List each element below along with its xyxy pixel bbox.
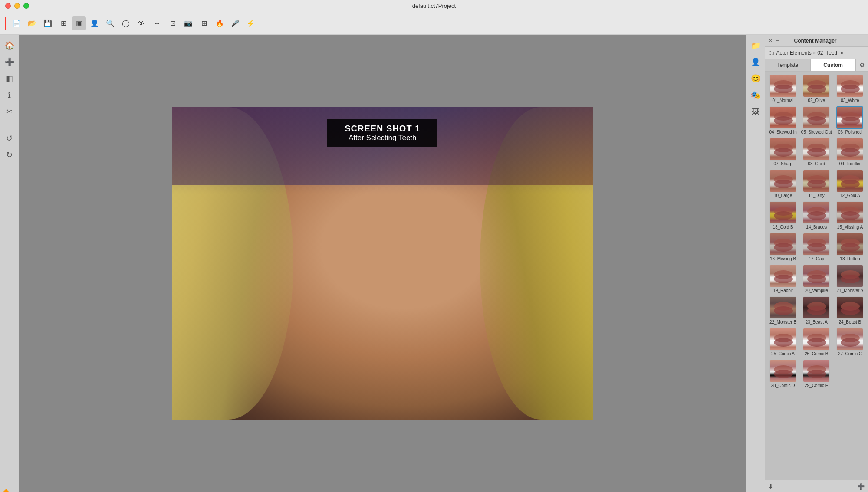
teeth-item-16_Missing_B[interactable]: 16_Missing B bbox=[766, 232, 799, 262]
add-icon[interactable]: ➕ bbox=[2, 55, 17, 69]
redo-icon[interactable]: ↻ bbox=[2, 148, 17, 162]
teeth-item-12_Gold_A[interactable]: 12_Gold A bbox=[834, 168, 866, 199]
teeth-item-19_Rabbit[interactable]: 19_Rabbit bbox=[766, 263, 799, 294]
svg-point-41 bbox=[841, 275, 860, 283]
info-icon[interactable]: ℹ bbox=[2, 88, 17, 102]
teeth-item-29_Comic_E[interactable]: 29_Comic E bbox=[800, 358, 833, 389]
teeth-label-14_Braces: 14_Braces bbox=[806, 225, 827, 230]
teeth-item-23_Beast_A[interactable]: 23_Beast A bbox=[800, 295, 833, 326]
photo-icon[interactable]: 🖼 bbox=[748, 104, 763, 119]
svg-point-17 bbox=[841, 148, 860, 157]
cm-gear-button[interactable]: ⚙ bbox=[856, 59, 868, 71]
minimize-button[interactable] bbox=[14, 3, 20, 9]
teeth-item-13_Gold_B[interactable]: 13_Gold B bbox=[766, 200, 799, 231]
cm-close-x[interactable]: ✕ bbox=[768, 37, 773, 44]
teeth-item-06_Polished[interactable]: 06_Polished bbox=[834, 105, 866, 136]
teeth-item-11_Dirty[interactable]: 11_Dirty bbox=[800, 168, 833, 199]
teeth-thumb-08_Child bbox=[803, 138, 830, 161]
teeth-label-17_Gap: 17_Gap bbox=[809, 256, 824, 261]
teeth-item-17_Gap[interactable]: 17_Gap bbox=[800, 232, 833, 262]
teeth-label-06_Polished: 06_Polished bbox=[838, 130, 862, 134]
cm-close-minus[interactable]: − bbox=[776, 37, 779, 44]
svg-point-43 bbox=[774, 306, 793, 315]
svg-point-5 bbox=[841, 85, 860, 93]
svg-point-31 bbox=[774, 243, 793, 252]
teeth-item-26_Comic_B[interactable]: 26_Comic B bbox=[800, 327, 833, 358]
teeth-item-01_Normal[interactable]: 01_Normal bbox=[766, 73, 799, 104]
tab-template[interactable]: Template bbox=[765, 59, 810, 71]
teeth-item-21_Monster_A[interactable]: 21_Monster A bbox=[834, 263, 866, 294]
right-icon-bar: 📁 👤 😊 🎭 🖼 bbox=[746, 35, 765, 492]
open-button[interactable]: 📂 bbox=[25, 16, 39, 30]
maximize-button[interactable] bbox=[23, 3, 29, 9]
teeth-thumb-03_White bbox=[836, 75, 863, 97]
sound-tool[interactable]: ⚡ bbox=[244, 16, 258, 30]
teeth-thumb-16_Missing_B bbox=[769, 233, 796, 256]
layers-icon[interactable]: ◧ bbox=[2, 71, 17, 86]
home-icon[interactable]: 🏠 bbox=[2, 38, 17, 53]
cm-prev-button[interactable]: ⬇ bbox=[768, 483, 773, 490]
folder-icon[interactable]: 📁 bbox=[748, 38, 763, 53]
teeth-label-04_Skewed_In: 04_Skewed In bbox=[769, 130, 796, 134]
window-controls[interactable] bbox=[5, 3, 29, 9]
teeth-item-05_Skewed_Out[interactable]: 05_Skewed Out bbox=[800, 105, 833, 136]
undo-icon[interactable]: ↺ bbox=[2, 131, 17, 146]
flame-tool[interactable]: 🔥 bbox=[213, 16, 227, 30]
teeth-item-25_Comic_A[interactable]: 25_Comic A bbox=[766, 327, 799, 358]
search-tool[interactable]: 🔍 bbox=[103, 16, 117, 30]
mask-icon[interactable]: 🎭 bbox=[748, 88, 763, 102]
teeth-item-07_Sharp[interactable]: 07_Sharp bbox=[766, 137, 799, 167]
teeth-item-10_Large[interactable]: 10_Large bbox=[766, 168, 799, 199]
teeth-item-28_Comic_D[interactable]: 28_Comic D bbox=[766, 358, 799, 389]
teeth-item-15_Missing_A[interactable]: 15_Missing A bbox=[834, 200, 866, 231]
svg-point-3 bbox=[807, 85, 826, 93]
teeth-label-18_Rotten: 18_Rotten bbox=[840, 256, 860, 261]
teeth-label-07_Sharp: 07_Sharp bbox=[773, 161, 792, 166]
actor-tool[interactable]: 👤 bbox=[88, 16, 102, 30]
grid-tool[interactable]: ⊡ bbox=[166, 16, 180, 30]
svg-point-11 bbox=[841, 117, 860, 125]
teeth-item-08_Child[interactable]: 08_Child bbox=[800, 137, 833, 167]
teeth-item-03_White[interactable]: 03_White bbox=[834, 73, 866, 104]
teeth-item-18_Rotten[interactable]: 18_Rotten bbox=[834, 232, 866, 262]
teeth-item-04_Skewed_In[interactable]: 04_Skewed In bbox=[766, 105, 799, 136]
teeth-label-25_Comic_A: 25_Comic A bbox=[771, 351, 795, 356]
save-button[interactable]: 💾 bbox=[41, 16, 55, 30]
tab-custom[interactable]: Custom bbox=[810, 59, 856, 71]
teeth-item-22_Monster_B[interactable]: 22_Monster B bbox=[766, 295, 799, 326]
camera-tool[interactable]: 📷 bbox=[181, 16, 195, 30]
teeth-thumb-05_Skewed_Out bbox=[803, 106, 830, 129]
close-button[interactable] bbox=[5, 3, 11, 9]
cm-add-button[interactable]: ➕ bbox=[857, 483, 865, 490]
face-icon[interactable]: 😊 bbox=[748, 71, 763, 86]
teeth-thumb-14_Braces bbox=[803, 201, 830, 224]
teeth-item-27_Comic_C[interactable]: 27_Comic C bbox=[834, 327, 866, 358]
cm-grid-container[interactable]: 01_Normal02_Olive03_White04_Skewed In05_… bbox=[765, 72, 868, 480]
teeth-item-14_Braces[interactable]: 14_Braces bbox=[800, 200, 833, 231]
teeth-label-19_Rabbit: 19_Rabbit bbox=[773, 288, 793, 293]
teeth-item-02_Olive[interactable]: 02_Olive bbox=[800, 73, 833, 104]
svg-point-21 bbox=[807, 180, 826, 188]
svg-point-27 bbox=[807, 211, 826, 220]
view-tool[interactable]: 👁 bbox=[135, 16, 148, 30]
svg-point-57 bbox=[807, 370, 826, 378]
overlay-title-line2: After Selecting Teeth bbox=[345, 134, 420, 142]
new-file-button[interactable]: 📄 bbox=[10, 16, 23, 30]
layout-tool[interactable]: ⊞ bbox=[197, 16, 211, 30]
cm-breadcrumb[interactable]: Actor Elements » 02_Teeth » bbox=[776, 50, 843, 56]
teeth-thumb-09_Toddler bbox=[836, 138, 863, 161]
svg-point-15 bbox=[807, 148, 826, 157]
teeth-item-24_Beast_B[interactable]: 24_Beast B bbox=[834, 295, 866, 326]
teeth-thumb-11_Dirty bbox=[803, 170, 830, 192]
teeth-item-20_Vampire[interactable]: 20_Vampire bbox=[800, 263, 833, 294]
shape-tool[interactable]: ◯ bbox=[119, 16, 133, 30]
mic-tool[interactable]: 🎤 bbox=[228, 16, 242, 30]
person-icon[interactable]: 👤 bbox=[748, 55, 763, 69]
svg-point-45 bbox=[807, 306, 826, 315]
teeth-item-09_Toddler[interactable]: 09_Toddler bbox=[834, 137, 866, 167]
cut-icon[interactable]: ✂ bbox=[2, 104, 17, 119]
transform-tool[interactable]: ↔ bbox=[150, 16, 164, 30]
teeth-thumb-12_Gold_A bbox=[836, 170, 863, 192]
active-tool[interactable]: ▣ bbox=[72, 16, 86, 30]
export-button[interactable]: ⊞ bbox=[56, 16, 70, 30]
